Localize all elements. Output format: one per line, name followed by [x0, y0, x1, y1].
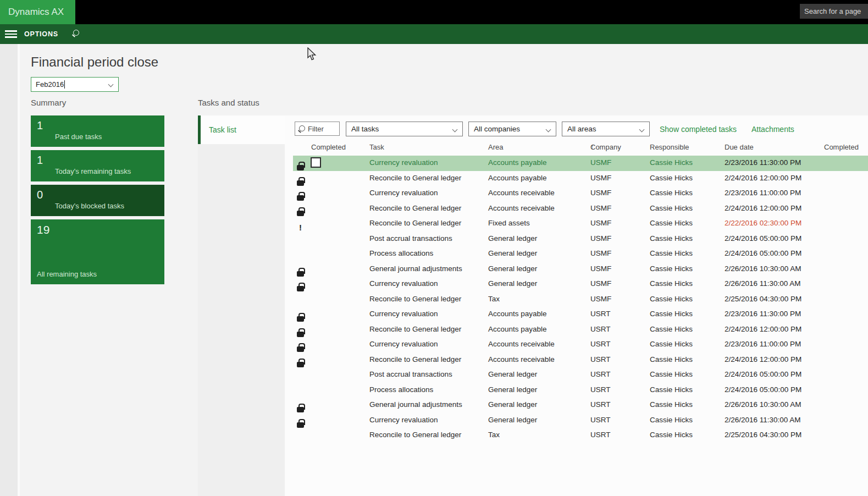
area-filter-dropdown[interactable]: All areas — [562, 122, 650, 136]
lock-icon — [297, 271, 304, 277]
chevron-down-icon — [108, 82, 114, 87]
column-header-area[interactable]: Area — [488, 143, 503, 151]
cell-due-date: 2/24/2016 05:00:00 PM — [725, 370, 801, 378]
cell-due-date: 2/24/2016 12:00:00 PM — [725, 355, 801, 363]
cell-area: Accounts payable — [488, 158, 547, 167]
show-completed-tasks-link[interactable]: Show completed tasks — [660, 125, 737, 134]
period-combobox[interactable]: Feb2016 — [31, 77, 119, 92]
table-row[interactable]: General journal adjustments General ledg… — [293, 262, 868, 277]
cell-responsible: Cassie Hicks — [650, 158, 693, 167]
table-row[interactable]: Process allocations General ledger USRT … — [293, 383, 868, 398]
table-row[interactable]: Currency revaluation Accounts receivable… — [293, 186, 868, 201]
cell-due-date: 2/23/2016 11:30:00 PM — [725, 310, 801, 318]
tile-todays-remaining-tasks[interactable]: 1 Today's remaining tasks — [31, 150, 164, 181]
table-row[interactable]: Currency revaluation Accounts payable US… — [293, 156, 868, 171]
table-row[interactable]: Process allocations General ledger USMF … — [293, 246, 868, 262]
summary-heading: Summary — [31, 98, 66, 107]
cell-responsible: Cassie Hicks — [650, 355, 693, 363]
cell-responsible: Cassie Hicks — [650, 204, 693, 212]
completed-checkbox[interactable] — [311, 157, 321, 168]
table-row[interactable]: ! Reconcile to General ledger Fixed asse… — [293, 216, 868, 232]
left-rail-divider — [18, 44, 20, 496]
cell-responsible: Cassie Hicks — [650, 249, 693, 257]
cell-area: Accounts payable — [488, 174, 547, 182]
lock-icon — [297, 165, 304, 170]
tasks-status-heading: Tasks and status — [198, 98, 259, 107]
cell-task: Reconcile to General ledger — [369, 295, 461, 303]
table-row[interactable]: Currency revaluation General ledger USMF… — [293, 277, 868, 292]
page-search-input[interactable]: Search for a page — [800, 4, 868, 19]
cell-area: Tax — [488, 295, 500, 303]
search-icon[interactable] — [72, 29, 81, 38]
cell-task: Post accrual transactions — [369, 370, 452, 378]
column-header-completed[interactable]: Completed — [311, 143, 346, 151]
cell-company: USRT — [590, 400, 611, 409]
company-filter-dropdown[interactable]: All companies — [468, 122, 556, 136]
options-menu[interactable]: OPTIONS — [24, 30, 58, 38]
lock-icon — [297, 332, 304, 337]
cell-area: General ledger — [488, 416, 537, 424]
cell-task: Reconcile to General ledger — [369, 431, 461, 439]
table-row[interactable]: Reconcile to General ledger Accounts pay… — [293, 171, 868, 186]
cell-responsible: Cassie Hicks — [650, 416, 693, 424]
table-row[interactable]: Reconcile to General ledger Tax USMF Cas… — [293, 292, 868, 307]
cell-responsible: Cassie Hicks — [650, 219, 693, 227]
table-row[interactable]: Post accrual transactions General ledger… — [293, 232, 868, 247]
cell-area: Accounts receivable — [488, 340, 555, 348]
tab-task-list[interactable]: Task list — [198, 115, 285, 144]
left-rail — [0, 44, 18, 496]
table-row[interactable]: Reconcile to General ledger Accounts rec… — [293, 352, 868, 368]
table-row[interactable]: Currency revaluation Accounts receivable… — [293, 337, 868, 352]
task-table-body: Currency revaluation Accounts payable US… — [293, 156, 868, 443]
tile-all-remaining-tasks[interactable]: 19 All remaining tasks — [31, 219, 164, 284]
column-header-task[interactable]: Task — [369, 143, 384, 151]
column-header-responsible[interactable]: Responsible — [650, 143, 689, 151]
cell-area: General ledger — [488, 249, 537, 257]
cell-area: Accounts receivable — [488, 189, 555, 197]
cell-responsible: Cassie Hicks — [650, 234, 693, 243]
filter-search-icon — [298, 125, 306, 133]
cell-company: USMF — [590, 279, 611, 288]
tile-count: 1 — [37, 154, 43, 167]
table-row[interactable]: Post accrual transactions General ledger… — [293, 367, 868, 383]
attachments-link[interactable]: Attachments — [751, 125, 794, 134]
tile-count: 1 — [37, 119, 43, 132]
financial-period-close-screen: Dynamics AX Search for a page OPTIONS Fi… — [0, 0, 868, 496]
cell-company: USMF — [590, 158, 611, 167]
cell-responsible: Cassie Hicks — [650, 385, 693, 394]
tile-label: Today's remaining tasks — [55, 167, 131, 175]
table-row[interactable]: Reconcile to General ledger Accounts pay… — [293, 322, 868, 338]
cell-area: General ledger — [488, 400, 537, 409]
cell-task: Currency revaluation — [369, 158, 438, 167]
cell-due-date: 2/24/2016 05:00:00 PM — [725, 234, 801, 243]
tile-todays-blocked-tasks[interactable]: 0 Today's blocked tasks — [31, 185, 164, 216]
table-row[interactable]: Currency revaluation Accounts payable US… — [293, 307, 868, 322]
table-row[interactable]: General journal adjustments General ledg… — [293, 398, 868, 413]
cell-area: General ledger — [488, 264, 537, 273]
filter-placeholder: Filter — [308, 125, 324, 133]
tile-label: Today's blocked tasks — [55, 202, 124, 210]
mouse-cursor — [306, 47, 318, 62]
cell-responsible: Cassie Hicks — [650, 400, 693, 409]
column-header-completed-date[interactable]: Completed — [824, 143, 859, 151]
table-row[interactable]: Currency revaluation General ledger USRT… — [293, 413, 868, 428]
cell-task: Reconcile to General ledger — [369, 325, 461, 333]
cell-company: USMF — [590, 234, 611, 243]
lock-icon — [297, 316, 304, 322]
cell-company: USRT — [590, 340, 611, 348]
column-header-due-date[interactable]: Due date — [725, 143, 754, 151]
cell-due-date: 2/23/2016 11:00:00 PM — [725, 340, 801, 348]
period-value: Feb2016 — [36, 80, 64, 89]
table-row[interactable]: Reconcile to General ledger Tax USRT Cas… — [293, 428, 868, 443]
app-logo[interactable]: Dynamics AX — [0, 0, 75, 24]
cell-company: USRT — [590, 310, 611, 318]
task-filter-dropdown[interactable]: All tasks — [346, 122, 463, 136]
row-checkbox-cell — [311, 157, 321, 168]
hamburger-menu-icon[interactable] — [5, 30, 17, 38]
tile-past-due-tasks[interactable]: 1 Past due tasks — [31, 115, 164, 147]
company-filter-value: All companies — [474, 125, 520, 133]
filter-input[interactable]: Filter — [295, 122, 340, 136]
cell-area: Accounts receivable — [488, 204, 555, 212]
table-row[interactable]: Reconcile to General ledger Accounts rec… — [293, 201, 868, 217]
cell-company: USRT — [590, 355, 611, 363]
